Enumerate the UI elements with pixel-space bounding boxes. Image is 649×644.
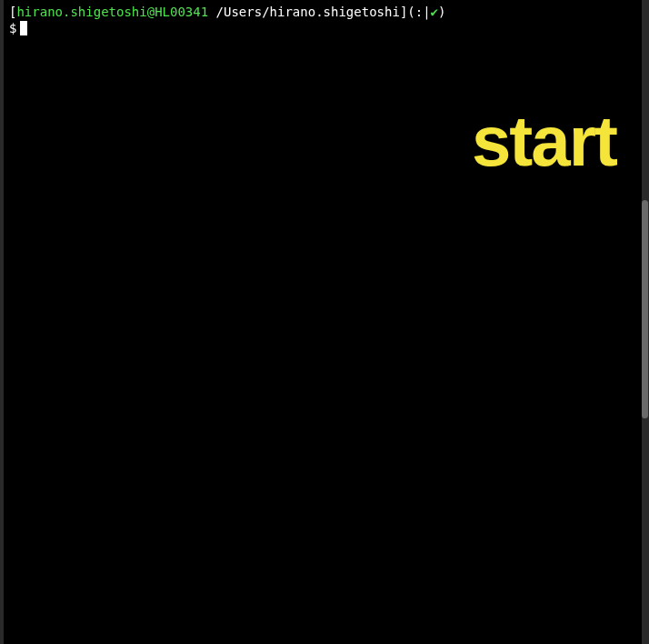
cursor-icon	[20, 21, 27, 35]
current-path: /Users/hirano.shigetoshi	[208, 5, 400, 19]
prompt-line: [hirano.shigetoshi@HL00341 /Users/hirano…	[9, 4, 636, 20]
paren-open: (	[407, 5, 414, 19]
checkmark-icon: ✔	[431, 5, 438, 19]
prompt-symbol: $	[9, 20, 16, 36]
git-status: :|	[415, 5, 431, 19]
command-input-line[interactable]: $	[9, 20, 636, 36]
scrollbar-thumb[interactable]	[642, 200, 648, 418]
paren-close: )	[438, 5, 445, 19]
user-host: hirano.shigetoshi@HL00341	[16, 5, 208, 19]
terminal-window[interactable]: [hirano.shigetoshi@HL00341 /Users/hirano…	[4, 0, 642, 644]
overlay-label: start	[472, 100, 616, 183]
